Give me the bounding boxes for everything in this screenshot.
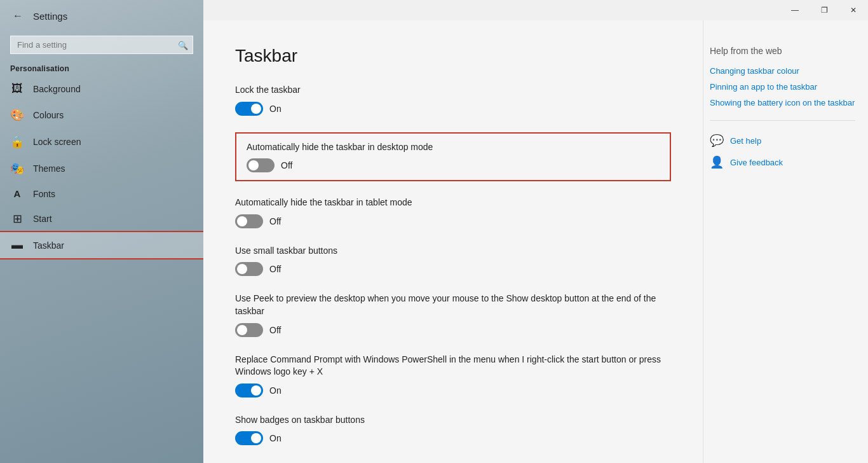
toggle-auto-hide-tablet[interactable] (235, 214, 263, 228)
setting-label-peek: Use Peek to preview the desktop when you… (235, 293, 671, 317)
setting-label-auto-hide-tablet: Automatically hide the taskbar in tablet… (235, 197, 671, 209)
toggle-label-small-buttons: Off (269, 264, 281, 274)
sidebar-item-fonts[interactable]: A Fonts (0, 182, 203, 205)
divider (710, 120, 855, 121)
setting-powershell: Replace Command Prompt with Windows Powe… (235, 354, 671, 397)
toggle-knob (251, 104, 261, 114)
help-link-1[interactable]: Changing taskbar colour (710, 66, 855, 76)
search-box: 🔍 (10, 36, 193, 54)
main-wrapper: — ❐ ✕ Taskbar Lock the taskbar On Automa… (203, 0, 868, 463)
toggle-knob (237, 264, 247, 274)
help-title: Help from the web (710, 46, 855, 56)
toggle-badges[interactable] (235, 431, 263, 445)
sidebar-item-themes[interactable]: 🎭 Themes (0, 155, 203, 182)
toggle-powershell[interactable] (235, 384, 263, 397)
main-content: Taskbar Lock the taskbar On Automaticall… (203, 20, 703, 463)
setting-label-lock-taskbar: Lock the taskbar (235, 84, 671, 97)
colours-icon: 🎨 (10, 108, 24, 122)
toggle-row-peek: Off (235, 323, 671, 337)
help-link-3[interactable]: Showing the battery icon on the taskbar (710, 98, 855, 107)
start-icon: ⊞ (10, 212, 24, 226)
maximize-button[interactable]: ❐ (810, 0, 839, 20)
setting-small-buttons: Use small taskbar buttons Off (235, 245, 671, 277)
toggle-label-auto-hide-tablet: Off (269, 216, 281, 226)
toggle-row-lock-taskbar: On (235, 102, 671, 116)
sidebar-header: ← Settings (0, 0, 203, 32)
setting-label-badges: Show badges on taskbar buttons (235, 414, 671, 427)
search-icon: 🔍 (178, 40, 188, 50)
lock-screen-icon: 🔒 (10, 135, 24, 149)
sidebar-item-label-background: Background (33, 84, 81, 94)
toggle-label-lock-taskbar: On (269, 104, 281, 114)
toggle-label-auto-hide-desktop: Off (281, 160, 292, 170)
setting-label-small-buttons: Use small taskbar buttons (235, 245, 671, 258)
sidebar-item-label-colours: Colours (33, 110, 64, 120)
toggle-small-buttons[interactable] (235, 262, 263, 276)
give-feedback-item[interactable]: 👤 Give feedback (710, 155, 855, 169)
setting-label-powershell: Replace Command Prompt with Windows Powe… (235, 354, 671, 378)
give-feedback-icon: 👤 (710, 155, 724, 169)
minimize-button[interactable]: — (780, 0, 810, 20)
sidebar-item-label-taskbar: Taskbar (33, 240, 64, 251)
right-panel: Help from the web Changing taskbar colou… (703, 20, 868, 463)
help-link-2[interactable]: Pinning an app to the taskbar (710, 82, 855, 92)
fonts-icon: A (10, 188, 24, 199)
toggle-auto-hide-desktop[interactable] (247, 158, 275, 172)
content-area: Taskbar Lock the taskbar On Automaticall… (203, 20, 868, 463)
setting-peek: Use Peek to preview the desktop when you… (235, 293, 671, 336)
themes-icon: 🎭 (10, 162, 24, 176)
sidebar-item-taskbar[interactable]: ▬ Taskbar (0, 232, 203, 258)
app-title: Settings (33, 11, 67, 22)
toggle-label-badges: On (269, 433, 281, 443)
taskbar-icon: ▬ (10, 238, 24, 252)
search-input[interactable] (10, 36, 193, 54)
get-help-link[interactable]: Get help (730, 136, 761, 146)
setting-label-auto-hide-desktop: Automatically hide the taskbar in deskto… (247, 141, 660, 154)
toggle-lock-taskbar[interactable] (235, 102, 263, 116)
get-help-icon: 💬 (710, 134, 724, 148)
page-title: Taskbar (235, 46, 671, 66)
sidebar-item-label-start: Start (33, 214, 52, 224)
setting-lock-taskbar: Lock the taskbar On (235, 84, 671, 116)
sidebar-item-label-lock-screen: Lock screen (33, 137, 81, 147)
toggle-knob (248, 160, 259, 170)
toggle-row-powershell: On (235, 384, 671, 397)
get-help-item[interactable]: 💬 Get help (710, 134, 855, 148)
toggle-peek[interactable] (235, 323, 263, 337)
setting-auto-hide-tablet: Automatically hide the taskbar in tablet… (235, 197, 671, 228)
toggle-label-peek: Off (269, 325, 281, 335)
sidebar-item-background[interactable]: 🖼 Background (0, 76, 203, 102)
sidebar-item-colours[interactable]: 🎨 Colours (0, 102, 203, 128)
background-icon: 🖼 (10, 82, 24, 95)
sidebar-item-label-fonts: Fonts (33, 189, 55, 199)
sidebar-item-start[interactable]: ⊞ Start (0, 205, 203, 232)
toggle-row-auto-hide-tablet: Off (235, 214, 671, 228)
sidebar-item-label-themes: Themes (33, 163, 65, 174)
sidebar-item-lock-screen[interactable]: 🔒 Lock screen (0, 128, 203, 155)
titlebar: — ❐ ✕ (203, 0, 868, 20)
toggle-knob (237, 216, 247, 226)
setting-auto-hide-desktop: Automatically hide the taskbar in deskto… (235, 132, 671, 182)
close-button[interactable]: ✕ (839, 0, 868, 20)
toggle-row-auto-hide-desktop: Off (247, 158, 660, 172)
toggle-label-powershell: On (269, 385, 281, 396)
toggle-knob (237, 325, 247, 335)
setting-badges: Show badges on taskbar buttons On (235, 414, 671, 446)
toggle-row-badges: On (235, 431, 671, 445)
toggle-row-small-buttons: Off (235, 262, 671, 276)
toggle-knob (251, 385, 261, 396)
back-button[interactable]: ← (10, 8, 25, 24)
give-feedback-link[interactable]: Give feedback (730, 158, 783, 167)
sidebar: ← Settings 🔍 Personalisation 🖼 Backgroun… (0, 0, 203, 463)
toggle-knob (251, 433, 261, 443)
section-label: Personalisation (0, 60, 203, 76)
